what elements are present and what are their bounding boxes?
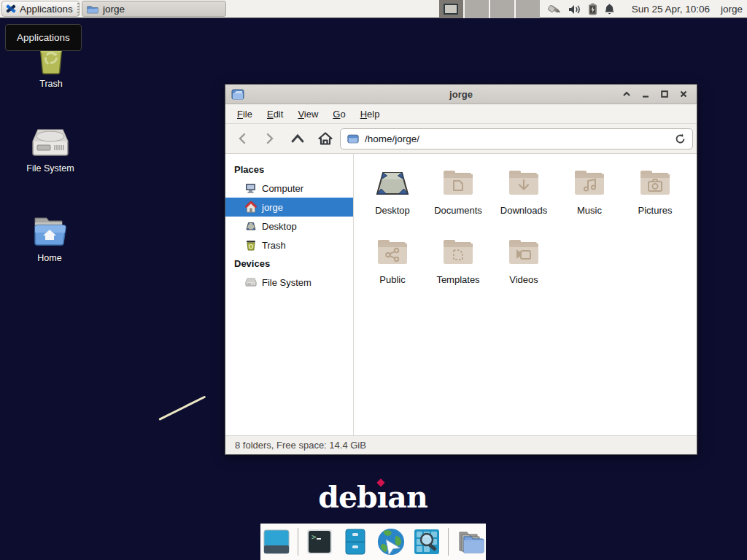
desktop-icon-filesystem[interactable]: File System [12,122,88,174]
location-input[interactable]: /home/jorge/ [365,133,669,144]
folder-videos-icon [506,230,541,273]
web-browser-launcher[interactable] [376,527,406,556]
desktop-line-artifact [158,395,206,420]
folder-downloads-icon [506,161,541,203]
panel-clock[interactable]: Sun 25 Apr, 10:06 [632,4,710,15]
hard-drive-icon [31,122,70,159]
file-manager-launcher[interactable] [341,527,370,556]
menubar: File Edit View Go Help [225,104,697,124]
show-desktop-button[interactable] [262,527,291,556]
back-button[interactable] [231,128,253,149]
statusbar: 8 folders, Free space: 14.4 GiB [225,435,697,454]
titlebar[interactable]: jorge [225,85,697,104]
window-controls [621,88,697,100]
folder-templates-icon [441,230,476,273]
trash-icon [245,239,257,251]
sidebar-item-trash[interactable]: Trash [225,236,353,254]
folder-item-music[interactable]: Music [557,161,622,230]
terminal-launcher[interactable]: > [305,527,334,556]
desktop-icon-label: File System [26,163,74,174]
devices-header: Devices [225,254,353,273]
folder-label: Music [577,205,602,216]
home-button[interactable] [314,128,336,149]
bottom-dock: > [260,524,486,560]
folder-label: Desktop [375,205,410,216]
menu-edit[interactable]: Edit [260,104,290,124]
desktop-special-icon [374,161,411,203]
sidebar-item-file-system[interactable]: File System [225,273,353,292]
folder-label: Public [379,274,405,285]
home-folder-icon [31,212,68,249]
up-button[interactable] [287,128,309,149]
window-body: Places Computer [225,154,697,435]
close-button[interactable] [678,88,689,100]
folder-label: Downloads [500,205,547,216]
folder-icon [87,4,98,14]
application-finder-launcher[interactable] [412,527,441,556]
panel-handle[interactable] [77,3,80,15]
drive-icon [245,276,257,288]
folder-item-desktop[interactable]: Desktop [360,161,425,230]
folder-label: Pictures [638,205,673,216]
reload-button[interactable] [675,133,686,144]
directory-menu-launcher[interactable] [455,527,484,556]
pathbar-folder-icon [347,134,359,144]
menu-help[interactable]: Help [353,104,387,124]
folder-public-icon [375,230,410,273]
folder-label: Documents [434,205,482,216]
minimize-button[interactable] [640,88,651,100]
battery-icon[interactable] [588,3,597,15]
folder-item-downloads[interactable]: Downloads [491,161,557,230]
debian-logo-text: deb [318,480,376,515]
sidebar-item-label: Desktop [262,221,297,232]
taskbar-window-label: jorge [103,4,125,15]
panel-username[interactable]: jorge [721,4,743,15]
dock-separator [448,528,449,556]
folder-item-public[interactable]: Public [360,230,425,300]
sidebar: Places Computer [225,154,354,435]
workspace-4[interactable] [516,0,540,18]
notification-bell-icon[interactable] [604,3,615,15]
debian-logo: debıan [300,480,446,515]
desktop-icon-home[interactable]: Home [12,212,88,263]
applications-tooltip: Applications [5,24,82,51]
volume-icon[interactable] [568,4,581,15]
applications-menu-label: Applications [20,4,73,15]
menu-view[interactable]: View [290,104,325,124]
menu-file[interactable]: File [230,104,260,124]
workspace-2[interactable] [465,0,489,18]
sidebar-item-desktop[interactable]: Desktop [225,217,353,236]
workspace-3[interactable] [490,0,514,18]
folder-item-pictures[interactable]: Pictures [622,161,688,230]
workspace-window-thumb [444,4,458,15]
power-adapter-icon[interactable] [548,2,562,16]
sidebar-item-label: jorge [262,202,283,213]
folder-item-documents[interactable]: Documents [425,161,491,230]
sidebar-item-label: File System [262,277,311,288]
workspace-1[interactable] [439,0,463,18]
clock-area: Sun 25 Apr, 10:06 jorge [632,0,743,18]
debian-logo-text: an [387,480,427,515]
folder-item-videos[interactable]: Videos [491,230,557,300]
applications-menu-button[interactable]: Applications [1,1,80,17]
file-manager-window: jorge File Edit View Go Help [225,84,697,455]
sidebar-item-jorge[interactable]: jorge [225,198,353,217]
folder-item-templates[interactable]: Templates [425,230,491,300]
top-panel: Applications jorge [0,0,747,18]
xfce-logo-icon [5,3,17,15]
folder-documents-icon [441,161,476,203]
workspace-switcher [439,0,540,18]
forward-button[interactable] [259,128,281,149]
folder-pictures-icon [638,161,673,203]
location-bar[interactable]: /home/jorge/ [340,128,693,149]
menu-go[interactable]: Go [325,104,352,124]
desktop-icon [245,220,257,232]
folder-label: Templates [436,274,479,285]
shade-button[interactable] [621,88,632,100]
sidebar-item-computer[interactable]: Computer [225,179,353,198]
sidebar-item-label: Trash [262,240,286,251]
statusbar-text: 8 folders, Free space: 14.4 GiB [235,440,366,451]
maximize-button[interactable] [659,88,670,100]
toolbar: /home/jorge/ [225,124,697,154]
taskbar-window-button[interactable]: jorge [82,1,226,17]
